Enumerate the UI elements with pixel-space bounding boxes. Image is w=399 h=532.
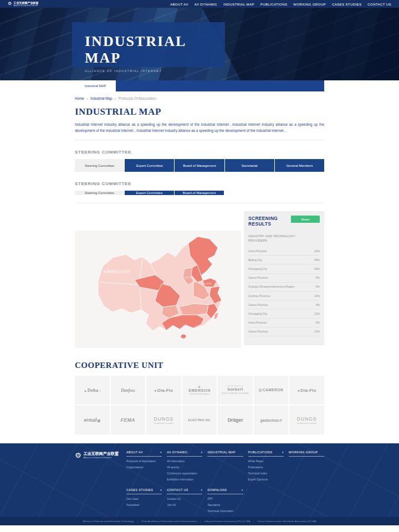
footer-inner: ⚙ 工业互联网产业联盟 Alliance of Industrial Inter… xyxy=(75,451,324,513)
legal-link-ccsa[interactable]: China Communications Standards Associati… xyxy=(257,520,316,523)
map-region-hainan[interactable] xyxy=(181,334,186,339)
committee1-tab-steering-committee[interactable]: Steering Committee xyxy=(75,159,124,172)
committee1-tab-secretariat[interactable]: Secretariat xyxy=(225,159,274,172)
tab-industrial-map[interactable]: Industrial MAP xyxy=(75,80,116,91)
footer-link-all-information[interactable]: All information xyxy=(167,459,202,463)
partner-logo-drager[interactable]: Dräger xyxy=(218,406,253,434)
province-value: 34% xyxy=(314,258,320,262)
china-map-svg: 新疆维吾尔自治区 山西省 山东省 xyxy=(75,231,241,348)
logo-text: bürkert xyxy=(228,387,243,392)
nav-item-aii-dynamic[interactable]: AII DYNAMIC xyxy=(195,2,217,6)
footer-link-testedbed[interactable]: Testedbed xyxy=(126,503,162,507)
footer: ⚙ 工业互联网产业联盟 Alliance of Industrial Inter… xyxy=(0,443,399,517)
hero-title: INDUSTRIAL MAP xyxy=(85,33,225,66)
footer-link-white-paper[interactable]: White Paper xyxy=(248,459,284,463)
footer-head-industrial-map[interactable]: INDUSTRIAL MAP xyxy=(207,451,243,457)
reset-button[interactable]: Reset xyxy=(291,216,320,223)
logo-text: Danfoss xyxy=(121,388,135,393)
committee2-tab-steering-committee[interactable]: Steering Committee xyxy=(75,191,124,195)
footer-head-download[interactable]: DOWNLOAD▾ xyxy=(207,488,243,494)
committee1-tab-board-of-management[interactable]: Board of Management xyxy=(175,159,224,172)
nav-item-contact-us[interactable]: CONTACT US xyxy=(367,2,391,6)
footer-head-working-group[interactable]: WORKING GROUP xyxy=(289,451,324,457)
footer-link-use-case[interactable]: Use Case xyxy=(126,497,162,500)
footer-link-technical-index[interactable]: Technical Index xyxy=(248,472,284,475)
footer-col-publications: PUBLICATIONS▾ White Paper Publications T… xyxy=(248,451,284,481)
footer-col-about-aii: ABOUT AII▾ Protocols of Association Orga… xyxy=(126,451,162,481)
footer-head-aii-dynamic[interactable]: AII DYNAMIC▾ xyxy=(167,451,202,457)
nav-item-working-group[interactable]: WORKING GROUP xyxy=(293,2,326,6)
province-value: 12% xyxy=(314,312,320,315)
footer-link-expert-opinions[interactable]: Expert Opinions xyxy=(248,478,284,481)
partner-logo-emerson[interactable]: ✳EMERSON Climate Technologies xyxy=(182,376,217,405)
screening-row[interactable]: Chongqing City 12% xyxy=(248,309,320,318)
screening-row[interactable]: Beijing City 34% xyxy=(248,255,320,264)
footer-link-join-aii[interactable]: Join AII xyxy=(167,503,202,507)
footer-link-standards[interactable]: Standards xyxy=(207,503,243,507)
footer-link-exhibition-information[interactable]: Exhibition information xyxy=(167,478,202,481)
province-name: Gansu Province xyxy=(248,303,268,306)
breadcrumb-home[interactable]: Home xyxy=(75,96,84,100)
subtab-strip: Industrial MAP xyxy=(75,80,324,91)
footer-link-protocols[interactable]: Protocols of Association xyxy=(126,459,162,463)
partner-logo-dia-flo-2[interactable]: ●Dia-Flo xyxy=(289,376,324,405)
footer-head-publications[interactable]: PUBLICATIONS▾ xyxy=(248,451,284,457)
committee2-tab-board-of-management[interactable]: Board of Management xyxy=(175,191,224,195)
partner-logo-dia-flo[interactable]: ●Dia-Flo xyxy=(146,376,181,405)
legal-link-caict[interactable]: China Academy of Information and Communi… xyxy=(141,520,197,523)
screening-row[interactable]: Gansu Province 12% xyxy=(248,328,320,336)
footer-link-technical-information[interactable]: Technical information xyxy=(207,509,243,513)
committee1-tab-general-members[interactable]: General Members xyxy=(275,159,324,172)
footer-col-cases-studies: CASES STUDIES▾ Use Case Testedbed xyxy=(126,488,162,513)
footer-head-cases-studies[interactable]: CASES STUDIES▾ xyxy=(126,488,162,494)
footer-link-conference-organization[interactable]: Conference organization xyxy=(167,472,202,475)
legal-separator: | xyxy=(253,520,254,523)
partner-logo-dungs[interactable]: DUNGS Combustion Controls xyxy=(146,406,181,434)
screening-row[interactable]: Gansu Province 4% xyxy=(248,300,320,309)
nav-item-publications[interactable]: PUBLICATIONS xyxy=(260,2,288,6)
screening-row[interactable]: Gansu Province 5% xyxy=(248,274,320,283)
main-nav: ABOUT AII AII DYNAMIC INDUSTRIAL MAP PUB… xyxy=(170,2,391,6)
footer-col-aii-dynamic: AII DYNAMIC▾ All information All activit… xyxy=(167,451,202,481)
screening-row[interactable]: Chongqing City 42% xyxy=(248,264,320,273)
screening-row[interactable]: Guangxi Zhuang Autonomous Region 5% xyxy=(248,283,320,291)
logo-text: Delta xyxy=(88,387,98,393)
partner-logo-burkert[interactable]: bürkert FLUID CONTROL SYSTEMS xyxy=(218,376,253,405)
partner-logo-electro-oil[interactable]: ELECTRO.OIL xyxy=(182,406,217,434)
partner-logo-danfoss[interactable]: Danfoss xyxy=(111,376,146,405)
footer-link-all-activity[interactable]: All activity xyxy=(167,466,202,469)
chevron-down-icon: ▾ xyxy=(160,488,162,492)
footer-head-about-aii[interactable]: ABOUT AII▾ xyxy=(126,451,162,457)
screening-row[interactable]: Anhui Province 5% xyxy=(248,319,320,328)
legal-link-miit[interactable]: Ministry of Industry and Information Tec… xyxy=(83,520,134,523)
partner-logo-delta[interactable]: ▲Delta™ xyxy=(75,376,110,405)
footer-link-organizations[interactable]: Organizations xyxy=(126,466,162,469)
nav-item-about-aii[interactable]: ABOUT AII xyxy=(170,2,188,6)
committee1-tab-expert-committee[interactable]: Expert Committee xyxy=(125,159,174,172)
footer-logo-en: Alliance of Industrial Internet xyxy=(84,456,119,459)
province-name: Beijing City xyxy=(248,258,262,262)
breadcrumb-separator: > xyxy=(86,97,88,100)
committee2-tab-expert-committee[interactable]: Expert Committee xyxy=(125,191,174,195)
province-value: 4% xyxy=(316,303,320,306)
nav-item-cases-studies[interactable]: CASES STUDIES xyxy=(332,2,361,6)
chevron-down-icon: ▾ xyxy=(282,451,284,454)
partner-logo-gastechnic[interactable]: gastechnic// xyxy=(254,406,289,434)
nav-item-industrial-map[interactable]: INDUSTRIAL MAP xyxy=(223,2,254,6)
partner-logo-ermaf[interactable]: ermaf▨ xyxy=(75,406,110,434)
intro-paragraph: Industrial Internet industry alliance as… xyxy=(75,121,324,140)
footer-logo[interactable]: ⚙ 工业互联网产业联盟 Alliance of Industrial Inter… xyxy=(75,451,126,513)
logo-text: FEMA xyxy=(121,417,135,423)
partner-logo-dungs-2[interactable]: DUNGS Combustion Controls xyxy=(289,406,324,434)
legal-link-iic[interactable]: Industrial Internet Consortium (IIC) of … xyxy=(204,520,250,523)
screening-row[interactable]: Anhui Province 12% xyxy=(248,247,320,255)
header-logo[interactable]: ⚙ 工业互联网产业联盟 Alliance of Industrial Inter… xyxy=(8,2,38,7)
footer-link-contact-us[interactable]: Contact Us xyxy=(167,497,202,500)
partner-logo-cameron[interactable]: ⒸCAMERON xyxy=(254,376,289,405)
screening-row[interactable]: Guizhou Province 14% xyxy=(248,291,320,300)
footer-link-publications[interactable]: Publications xyxy=(248,466,284,469)
partner-logo-fema[interactable]: FEMA xyxy=(111,406,146,434)
footer-head-contact-us[interactable]: CONTACT US▾ xyxy=(167,488,202,494)
footer-link-ppt[interactable]: PPT xyxy=(207,497,243,500)
breadcrumb-industrial-map[interactable]: Industrial Map xyxy=(90,96,112,100)
